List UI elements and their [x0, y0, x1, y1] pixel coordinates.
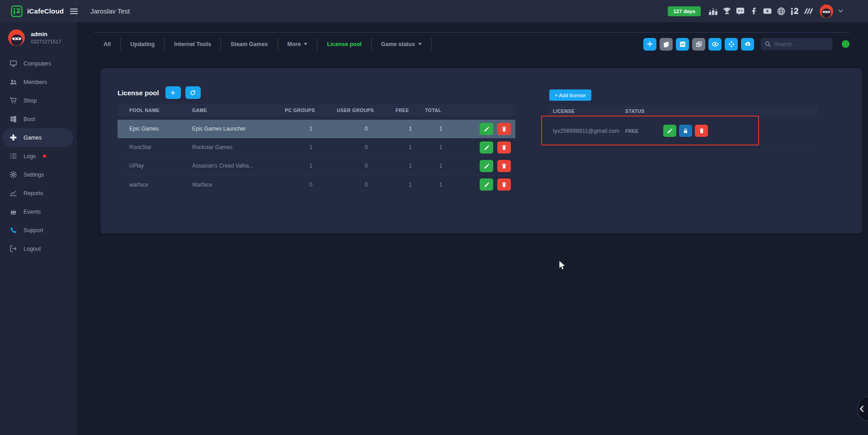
user-groups-cell: 0 — [337, 144, 396, 150]
pc-groups-cell: 1 — [285, 126, 337, 132]
sidebar-item-computers[interactable]: Computers — [0, 54, 77, 73]
tab-updating[interactable]: Updating — [121, 38, 165, 51]
tab-all[interactable]: All — [94, 38, 121, 51]
edit-button[interactable] — [480, 178, 493, 191]
sidebar-item-games[interactable]: Games — [2, 128, 73, 147]
user-avatar[interactable] — [820, 5, 833, 18]
delete-button[interactable] — [497, 123, 511, 135]
total-cell: 1 — [425, 182, 457, 188]
refresh-button[interactable] — [185, 86, 201, 99]
pc-groups-cell: 1 — [285, 163, 337, 169]
free-cell: 1 — [396, 144, 425, 150]
sidebar-item-label: Games — [24, 135, 42, 141]
game-console-button[interactable] — [725, 38, 738, 51]
pool-name-cell: Epic Games — [118, 126, 192, 132]
discord-icon[interactable] — [736, 6, 745, 16]
sidebar-item-logout[interactable]: Logout — [0, 239, 77, 258]
pool-table-header: POOL NAME GAME PC GROUPS USER GROUPS FRE… — [118, 104, 515, 116]
tab-more[interactable]: More — [278, 38, 318, 51]
edit-button[interactable] — [480, 160, 493, 172]
page-title: Jaroslav Test — [90, 7, 130, 15]
sidebar-item-label: Logs — [24, 153, 36, 159]
license-days-badge[interactable]: 127 days — [668, 6, 701, 16]
lock-button[interactable] — [679, 125, 692, 137]
tab-label: Steam Games — [231, 41, 268, 47]
tab-game-status[interactable]: Game status — [372, 38, 432, 51]
select-check-button[interactable] — [676, 38, 689, 51]
game-cell: Warface — [192, 182, 285, 188]
license-table: LICENSE STATUS tyv256998811@gmail.com FR… — [549, 105, 817, 145]
icafe-mark-icon[interactable] — [790, 6, 799, 16]
gear-icon — [9, 171, 17, 178]
license-table-header: LICENSE STATUS — [549, 105, 817, 117]
sidebar-item-label: Logout — [24, 246, 41, 252]
toolbar — [643, 38, 850, 51]
license-row[interactable]: tyv256998811@gmail.com FREE — [549, 117, 817, 145]
sidebar-item-label: Computers — [24, 61, 51, 67]
sidebar: admin 03271271517 Computers Members Shop — [0, 22, 77, 435]
menu-toggle-button[interactable] — [70, 9, 78, 14]
chevron-down-icon[interactable] — [838, 9, 843, 13]
tab-steam-games[interactable]: Steam Games — [221, 38, 278, 51]
facebook-icon[interactable] — [749, 6, 759, 16]
trophy-icon[interactable] — [722, 6, 731, 16]
pool-table-row[interactable]: warface Warface 0 0 1 1 — [118, 175, 515, 194]
pool-table-row[interactable]: RockStar Rockstar Games 1 0 1 1 — [118, 138, 515, 157]
globe-icon[interactable] — [776, 6, 786, 16]
add-pool-button[interactable] — [165, 86, 181, 99]
sidebar-item-boot[interactable]: Boot — [0, 110, 77, 128]
youtube-icon[interactable] — [763, 6, 772, 16]
sidebar-item-label: Members — [24, 79, 47, 85]
game-cell: Rockstar Games — [192, 144, 285, 150]
brand-logo-icon — [11, 5, 23, 17]
edit-button[interactable] — [663, 125, 676, 137]
chevron-left-icon — [859, 405, 866, 412]
brand-name: iCafeCloud — [27, 7, 64, 15]
sidebar-item-settings[interactable]: Settings — [0, 165, 77, 184]
license-pool-card: License pool POOL NAME GAME PC GROUPS US… — [100, 68, 862, 234]
app-header: iCafeCloud Jaroslav Test 127 days — [0, 0, 868, 22]
clone-button[interactable] — [692, 38, 705, 51]
pool-table-row[interactable]: Epic Games Epic Games Launcher 1 0 1 1 — [118, 120, 515, 138]
tab-internet-tools[interactable]: Internet Tools — [165, 38, 221, 51]
search-input[interactable] — [774, 41, 824, 47]
column-header: TOTAL — [425, 108, 457, 113]
copy-button[interactable] — [660, 38, 673, 51]
tab-label: More — [288, 41, 301, 47]
sidebar-item-logs[interactable]: Logs — [0, 147, 77, 165]
user-name: admin — [31, 31, 61, 37]
delete-button[interactable] — [695, 125, 708, 137]
logs-icon — [9, 152, 17, 160]
pool-table-row[interactable]: UPlay Assassin's Creed Valha... 1 0 1 1 — [118, 157, 515, 175]
sidebar-user-avatar[interactable] — [8, 29, 25, 46]
sidebar-item-events[interactable]: Events — [0, 202, 77, 221]
tab-label: Updating — [130, 41, 155, 47]
pool-name-cell: warface — [118, 182, 192, 188]
free-cell: 1 — [396, 126, 425, 132]
tab-label: Internet Tools — [174, 41, 211, 47]
sidebar-item-label: Events — [24, 209, 41, 215]
sidebar-item-reports[interactable]: Reports — [0, 184, 77, 202]
sidebar-item-shop[interactable]: Shop — [0, 91, 77, 110]
delete-button[interactable] — [497, 160, 511, 172]
add-license-button[interactable]: + Add license — [549, 89, 591, 101]
pool-title: License pool — [118, 89, 159, 97]
user-groups-cell: 0 — [337, 126, 396, 132]
cloud-download-button[interactable] — [741, 38, 754, 51]
language-globe-icon[interactable] — [841, 40, 850, 48]
sidebar-item-support[interactable]: Support — [0, 221, 77, 239]
sidebar-item-members[interactable]: Members — [0, 73, 77, 91]
edit-button[interactable] — [480, 123, 493, 135]
view-button[interactable] — [708, 38, 722, 51]
pool-table-body: Epic Games Epic Games Launcher 1 0 1 1 R… — [118, 120, 515, 194]
edit-button[interactable] — [480, 141, 493, 154]
column-header: STATUS — [625, 108, 663, 114]
layers-brand-icon[interactable] — [803, 6, 813, 16]
delete-button[interactable] — [497, 141, 511, 154]
add-button[interactable] — [643, 38, 656, 51]
tab-license-pool[interactable]: License pool — [317, 38, 371, 51]
members-icon — [9, 78, 17, 86]
delete-button[interactable] — [497, 178, 511, 191]
ranking-icon[interactable] — [708, 6, 718, 16]
caret-down-icon — [304, 43, 307, 45]
